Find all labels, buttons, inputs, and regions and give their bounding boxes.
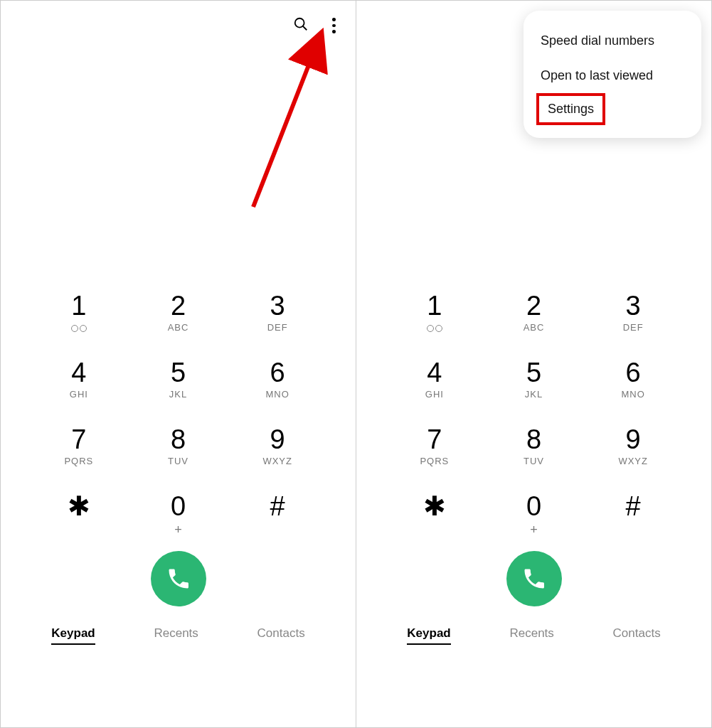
svg-line-1 <box>303 26 307 31</box>
key-hash[interactable]: # <box>228 493 327 534</box>
key-digit: 7 <box>71 426 86 453</box>
key-letters: TUV <box>524 456 544 467</box>
key-6[interactable]: 6 MNO <box>583 359 683 400</box>
key-digit: 5 <box>526 359 541 386</box>
key-letters: TUV <box>168 456 188 467</box>
key-letters: PQRS <box>64 456 93 467</box>
key-plus: + <box>174 523 182 534</box>
key-digit: 4 <box>71 359 86 386</box>
key-letters: DEF <box>267 322 288 333</box>
key-plus: + <box>530 523 538 534</box>
key-star[interactable]: ✱ <box>385 493 484 534</box>
key-letters: WXYZ <box>262 456 292 467</box>
key-4[interactable]: 4 GHI <box>385 359 484 400</box>
key-7[interactable]: 7 PQRS <box>385 426 484 467</box>
key-digit: # <box>270 493 285 520</box>
key-hash[interactable]: # <box>583 493 683 534</box>
keypad: 1 2 ABC 3 DEF 4 GHI 5 JKL 6 MNO <box>356 292 711 534</box>
key-star[interactable]: ✱ <box>29 493 129 534</box>
key-letters: MNO <box>621 389 644 400</box>
tab-recents[interactable]: Recents <box>509 626 553 645</box>
key-0[interactable]: 0 + <box>484 493 584 534</box>
key-0[interactable]: 0 + <box>129 493 228 534</box>
key-4[interactable]: 4 GHI <box>29 359 129 400</box>
key-letters: ABC <box>524 322 545 333</box>
key-digit: 0 <box>526 493 541 520</box>
key-digit: 6 <box>626 359 641 386</box>
key-digit: 6 <box>270 359 285 386</box>
keypad: 1 2 ABC 3 DEF 4 GHI 5 JKL 6 MNO <box>1 292 356 534</box>
key-digit: 1 <box>427 292 442 319</box>
key-digit: 5 <box>171 359 186 386</box>
key-8[interactable]: 8 TUV <box>129 426 228 467</box>
svg-point-0 <box>295 18 304 28</box>
menu-settings[interactable]: Settings <box>536 93 605 125</box>
key-letters: JKL <box>525 389 543 400</box>
key-1[interactable]: 1 <box>29 292 129 333</box>
key-letters: MNO <box>265 389 289 400</box>
key-letters: GHI <box>425 389 444 400</box>
tab-recents[interactable]: Recents <box>154 626 198 645</box>
tab-contacts[interactable]: Contacts <box>257 626 305 645</box>
key-letters: GHI <box>70 389 88 400</box>
key-letters: PQRS <box>420 456 449 467</box>
key-letters: JKL <box>169 389 187 400</box>
more-options-icon[interactable] <box>326 18 341 33</box>
key-digit: 8 <box>526 426 541 453</box>
overflow-menu: Speed dial numbers Open to last viewed S… <box>524 11 701 138</box>
menu-open-last-viewed[interactable]: Open to last viewed <box>524 58 701 93</box>
voicemail-icon <box>71 323 87 333</box>
key-3[interactable]: 3 DEF <box>583 292 683 333</box>
key-3[interactable]: 3 DEF <box>228 292 327 333</box>
phone-app-screenshot-2: Speed dial numbers Open to last viewed S… <box>356 1 711 727</box>
phone-app-screenshot-1: 1 2 ABC 3 DEF 4 GHI 5 JKL 6 MNO <box>1 1 356 727</box>
voicemail-icon <box>427 323 442 333</box>
tab-contacts[interactable]: Contacts <box>613 626 661 645</box>
key-5[interactable]: 5 JKL <box>484 359 584 400</box>
key-digit: ✱ <box>68 493 90 520</box>
top-bar <box>1 1 356 50</box>
key-digit: 4 <box>427 359 442 386</box>
key-2[interactable]: 2 ABC <box>484 292 584 333</box>
search-icon[interactable] <box>293 16 309 35</box>
key-digit: 3 <box>270 292 285 319</box>
bottom-tabs: Keypad Recents Contacts <box>356 614 711 658</box>
key-letters: ABC <box>168 322 189 333</box>
key-1[interactable]: 1 <box>385 292 484 333</box>
key-digit: # <box>626 493 641 520</box>
number-display-area <box>1 50 356 292</box>
key-2[interactable]: 2 ABC <box>129 292 228 333</box>
key-6[interactable]: 6 MNO <box>228 359 327 400</box>
key-digit: 7 <box>427 426 442 453</box>
bottom-tabs: Keypad Recents Contacts <box>1 614 356 658</box>
key-digit: 1 <box>71 292 86 319</box>
key-digit: 9 <box>626 426 641 453</box>
key-letters: WXYZ <box>618 456 648 467</box>
call-button-row <box>356 534 711 614</box>
key-digit: 9 <box>270 426 285 453</box>
key-digit: 8 <box>171 426 186 453</box>
key-digit: 3 <box>626 292 641 319</box>
key-digit: 0 <box>171 493 186 520</box>
menu-speed-dial[interactable]: Speed dial numbers <box>524 23 701 58</box>
call-button[interactable] <box>151 551 206 606</box>
phone-icon <box>166 566 191 592</box>
call-button[interactable] <box>506 551 562 606</box>
key-letters: DEF <box>623 322 644 333</box>
key-8[interactable]: 8 TUV <box>484 426 584 467</box>
key-9[interactable]: 9 WXYZ <box>583 426 683 467</box>
tab-keypad[interactable]: Keypad <box>407 626 450 645</box>
phone-icon <box>521 566 547 592</box>
key-digit: 2 <box>171 292 186 319</box>
key-9[interactable]: 9 WXYZ <box>228 426 327 467</box>
tab-keypad[interactable]: Keypad <box>51 626 95 645</box>
call-button-row <box>1 534 356 614</box>
key-5[interactable]: 5 JKL <box>129 359 228 400</box>
key-digit: ✱ <box>423 493 446 520</box>
key-7[interactable]: 7 PQRS <box>29 426 129 467</box>
key-digit: 2 <box>526 292 541 319</box>
